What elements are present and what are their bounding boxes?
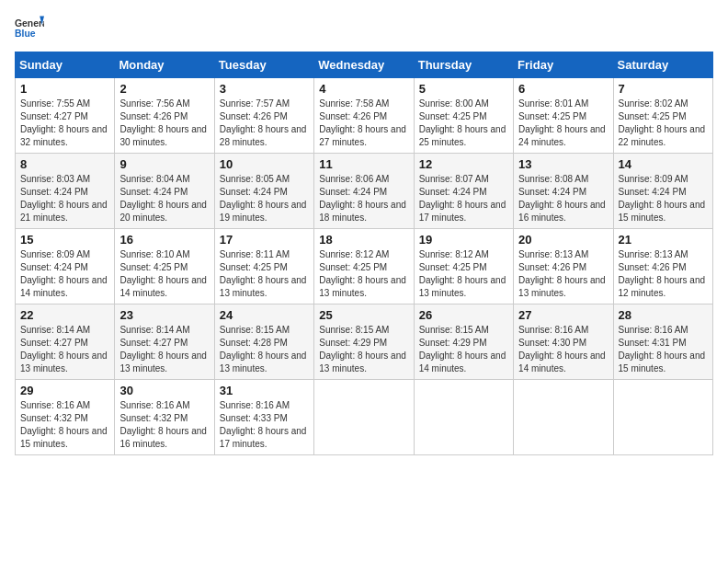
day-cell: 4Sunrise: 7:58 AMSunset: 4:26 PMDaylight… (314, 78, 414, 154)
day-number: 18 (319, 233, 408, 247)
day-number: 10 (220, 157, 309, 171)
day-number: 24 (220, 308, 309, 322)
day-cell: 27Sunrise: 8:16 AMSunset: 4:30 PMDayligh… (514, 304, 613, 380)
header-tuesday: Tuesday (214, 52, 313, 78)
day-info: Sunrise: 8:16 AMSunset: 4:31 PMDaylight:… (619, 324, 708, 375)
day-info: Sunrise: 8:10 AMSunset: 4:25 PMDaylight:… (119, 248, 209, 300)
day-cell: 25Sunrise: 8:15 AMSunset: 4:29 PMDayligh… (314, 304, 414, 380)
day-cell: 3Sunrise: 7:57 AMSunset: 4:26 PMDaylight… (214, 78, 313, 154)
day-number: 22 (20, 308, 109, 322)
day-cell: 13Sunrise: 8:08 AMSunset: 4:24 PMDayligh… (514, 154, 613, 229)
day-info: Sunrise: 7:58 AMSunset: 4:26 PMDaylight:… (319, 98, 408, 149)
day-cell: 7Sunrise: 8:02 AMSunset: 4:25 PMDaylight… (613, 78, 712, 154)
day-info: Sunrise: 8:16 AMSunset: 4:32 PMDaylight:… (20, 399, 109, 451)
day-number: 14 (619, 157, 708, 171)
day-number: 6 (518, 82, 608, 96)
day-cell: 28Sunrise: 8:16 AMSunset: 4:31 PMDayligh… (613, 304, 712, 380)
day-info: Sunrise: 8:01 AMSunset: 4:25 PMDaylight:… (518, 98, 608, 149)
day-info: Sunrise: 8:05 AMSunset: 4:24 PMDaylight:… (220, 173, 309, 224)
day-cell: 21Sunrise: 8:13 AMSunset: 4:26 PMDayligh… (613, 229, 712, 304)
day-number: 16 (119, 233, 209, 247)
day-info: Sunrise: 8:09 AMSunset: 4:24 PMDaylight:… (20, 248, 109, 300)
day-number: 30 (119, 384, 209, 397)
day-cell (514, 380, 613, 455)
day-info: Sunrise: 8:11 AMSunset: 4:25 PMDaylight:… (220, 248, 309, 300)
day-number: 19 (419, 233, 508, 247)
day-cell: 12Sunrise: 8:07 AMSunset: 4:24 PMDayligh… (414, 154, 513, 229)
day-number: 29 (20, 384, 109, 397)
svg-text:General: General (15, 18, 44, 29)
day-cell: 20Sunrise: 8:13 AMSunset: 4:26 PMDayligh… (514, 229, 613, 304)
day-info: Sunrise: 8:16 AMSunset: 4:32 PMDaylight:… (119, 399, 209, 451)
week-row-1: 1Sunrise: 7:55 AMSunset: 4:27 PMDaylight… (16, 78, 713, 154)
day-info: Sunrise: 8:07 AMSunset: 4:24 PMDaylight:… (419, 173, 508, 224)
header-sunday: Sunday (16, 52, 115, 78)
day-info: Sunrise: 8:15 AMSunset: 4:29 PMDaylight:… (319, 324, 408, 375)
day-cell: 6Sunrise: 8:01 AMSunset: 4:25 PMDaylight… (514, 78, 613, 154)
day-number: 4 (319, 82, 408, 96)
day-number: 17 (220, 233, 309, 247)
day-cell (414, 380, 513, 455)
day-cell: 9Sunrise: 8:04 AMSunset: 4:24 PMDaylight… (115, 154, 214, 229)
day-info: Sunrise: 8:06 AMSunset: 4:24 PMDaylight:… (319, 173, 408, 224)
day-number: 31 (220, 384, 309, 397)
day-cell: 8Sunrise: 8:03 AMSunset: 4:24 PMDaylight… (16, 154, 115, 229)
day-number: 11 (319, 157, 408, 171)
week-row-5: 29Sunrise: 8:16 AMSunset: 4:32 PMDayligh… (16, 380, 713, 455)
day-number: 12 (419, 157, 508, 171)
day-info: Sunrise: 8:14 AMSunset: 4:27 PMDaylight:… (20, 324, 109, 375)
header-thursday: Thursday (414, 52, 513, 78)
day-cell: 10Sunrise: 8:05 AMSunset: 4:24 PMDayligh… (214, 154, 313, 229)
day-info: Sunrise: 8:09 AMSunset: 4:24 PMDaylight:… (619, 173, 708, 224)
day-info: Sunrise: 7:55 AMSunset: 4:27 PMDaylight:… (20, 98, 109, 149)
day-cell: 11Sunrise: 8:06 AMSunset: 4:24 PMDayligh… (314, 154, 414, 229)
logo-icon: GeneralBlue (15, 15, 44, 44)
day-number: 7 (619, 82, 708, 96)
day-cell: 18Sunrise: 8:12 AMSunset: 4:25 PMDayligh… (314, 229, 414, 304)
day-info: Sunrise: 7:56 AMSunset: 4:26 PMDaylight:… (119, 98, 209, 149)
header-saturday: Saturday (613, 52, 712, 78)
day-info: Sunrise: 8:15 AMSunset: 4:29 PMDaylight:… (419, 324, 508, 375)
week-row-4: 22Sunrise: 8:14 AMSunset: 4:27 PMDayligh… (16, 304, 713, 380)
day-cell: 1Sunrise: 7:55 AMSunset: 4:27 PMDaylight… (16, 78, 115, 154)
calendar-header-row: SundayMondayTuesdayWednesdayThursdayFrid… (16, 52, 713, 78)
day-number: 26 (419, 308, 508, 322)
day-info: Sunrise: 8:16 AMSunset: 4:30 PMDaylight:… (518, 324, 608, 375)
page-header: GeneralBlue (15, 15, 713, 44)
header-monday: Monday (115, 52, 214, 78)
day-info: Sunrise: 8:13 AMSunset: 4:26 PMDaylight:… (518, 248, 608, 300)
day-number: 8 (20, 157, 109, 171)
day-info: Sunrise: 8:14 AMSunset: 4:27 PMDaylight:… (119, 324, 209, 375)
day-cell: 24Sunrise: 8:15 AMSunset: 4:28 PMDayligh… (214, 304, 313, 380)
day-cell: 15Sunrise: 8:09 AMSunset: 4:24 PMDayligh… (16, 229, 115, 304)
day-cell: 30Sunrise: 8:16 AMSunset: 4:32 PMDayligh… (115, 380, 214, 455)
day-number: 5 (419, 82, 508, 96)
calendar-table: SundayMondayTuesdayWednesdayThursdayFrid… (15, 52, 713, 455)
week-row-2: 8Sunrise: 8:03 AMSunset: 4:24 PMDaylight… (16, 154, 713, 229)
day-number: 9 (119, 157, 209, 171)
day-info: Sunrise: 8:02 AMSunset: 4:25 PMDaylight:… (619, 98, 708, 149)
day-info: Sunrise: 7:57 AMSunset: 4:26 PMDaylight:… (220, 98, 309, 149)
header-friday: Friday (514, 52, 613, 78)
week-row-3: 15Sunrise: 8:09 AMSunset: 4:24 PMDayligh… (16, 229, 713, 304)
day-cell (314, 380, 414, 455)
day-info: Sunrise: 8:08 AMSunset: 4:24 PMDaylight:… (518, 173, 608, 224)
day-number: 1 (20, 82, 109, 96)
day-number: 21 (619, 233, 708, 247)
day-number: 20 (518, 233, 608, 247)
day-number: 3 (220, 82, 309, 96)
day-info: Sunrise: 8:13 AMSunset: 4:26 PMDaylight:… (619, 248, 708, 300)
svg-text:Blue: Blue (15, 29, 36, 39)
day-info: Sunrise: 8:15 AMSunset: 4:28 PMDaylight:… (220, 324, 309, 375)
day-number: 13 (518, 157, 608, 171)
day-cell: 19Sunrise: 8:12 AMSunset: 4:25 PMDayligh… (414, 229, 513, 304)
day-cell: 26Sunrise: 8:15 AMSunset: 4:29 PMDayligh… (414, 304, 513, 380)
day-number: 28 (619, 308, 708, 322)
day-cell: 14Sunrise: 8:09 AMSunset: 4:24 PMDayligh… (613, 154, 712, 229)
day-cell: 23Sunrise: 8:14 AMSunset: 4:27 PMDayligh… (115, 304, 214, 380)
day-info: Sunrise: 8:00 AMSunset: 4:25 PMDaylight:… (419, 98, 508, 149)
day-number: 27 (518, 308, 608, 322)
day-info: Sunrise: 8:04 AMSunset: 4:24 PMDaylight:… (119, 173, 209, 224)
day-info: Sunrise: 8:03 AMSunset: 4:24 PMDaylight:… (20, 173, 109, 224)
day-cell (613, 380, 712, 455)
